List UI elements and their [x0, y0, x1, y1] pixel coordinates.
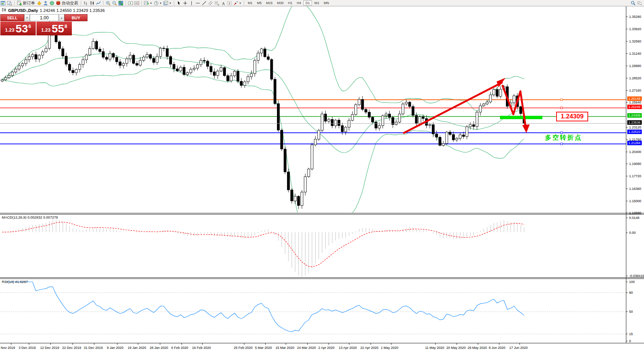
volume-increase-button[interactable]: ▲: [59, 14, 64, 21]
dropdown-caret-icon[interactable]: ▼: [150, 2, 152, 4]
auto-scroll-icon[interactable]: [128, 0, 133, 6]
chart-shift-icon[interactable]: [134, 0, 140, 6]
timeframe-m30[interactable]: M30: [275, 0, 286, 6]
timeframe-w1[interactable]: W1: [312, 0, 322, 6]
cursor-icon[interactable]: [176, 0, 182, 6]
chat-icon[interactable]: [637, 0, 642, 6]
timeframe-m5[interactable]: M5: [255, 0, 264, 6]
svg-text:F: F: [218, 3, 219, 6]
rsi-tick-label: 15: [629, 332, 633, 336]
news-icon[interactable]: [49, 0, 55, 6]
dropdown-caret-icon[interactable]: ▼: [239, 2, 242, 4]
date-tick-label: 11 May 2020: [425, 346, 444, 350]
price-annotation-box[interactable]: 1.24309: [556, 112, 588, 121]
date-tick-label: 8 Jun 2020: [489, 346, 506, 350]
bar-chart-icon[interactable]: [83, 0, 89, 6]
buy-button[interactable]: BUY: [64, 14, 87, 21]
timeframe-m15[interactable]: M15: [264, 0, 275, 6]
date-tick-label: 2 Apr 2020: [318, 346, 335, 350]
trendline-icon[interactable]: [201, 0, 207, 6]
price-line-label: 1.24309: [627, 113, 642, 118]
zoom-in-icon[interactable]: [105, 0, 111, 6]
price-tick-label: 1.29880: [629, 64, 641, 68]
toolbar-separator: [103, 1, 103, 5]
templates-icon[interactable]: [163, 0, 169, 6]
buy-price-small: 1.23: [41, 27, 51, 33]
dropdown-caret-icon[interactable]: ▼: [169, 2, 172, 4]
window-icon[interactable]: [0, 0, 6, 6]
fibonacci-icon[interactable]: F: [214, 0, 220, 6]
price-line-label: 1.23536: [627, 120, 642, 125]
toolbar-separator: [81, 1, 81, 5]
one-click-trading-panel: SELL ▼ ▲ BUY 1.23 53 6 1.23 55 8: [0, 14, 87, 35]
preview-icon[interactable]: [7, 0, 12, 6]
price-tick-label: 1.25840: [629, 101, 641, 104]
toolbar-separator: [125, 1, 126, 5]
vertical-line-icon[interactable]: [189, 0, 194, 6]
price-tick-label: 1.17720: [629, 174, 641, 178]
price-tick-label: 1.16360: [629, 187, 641, 191]
macd-indicator-label: MACD(12,26,9) 0.002832 0.007278: [2, 215, 58, 219]
arrows-icon[interactable]: [233, 0, 239, 6]
timeframe-d1[interactable]: D1: [303, 0, 312, 6]
volume-input[interactable]: [30, 14, 59, 21]
toolbar-separator: [244, 1, 244, 5]
rsi-tick-label: 0: [629, 339, 631, 343]
toolbar-button-label[interactable]: 新订单: [23, 0, 35, 6]
date-tick-label: 9 Jan 2020: [107, 346, 124, 350]
timeframe-m1[interactable]: M1: [246, 0, 255, 6]
crosshair-icon[interactable]: [182, 0, 188, 6]
horizontal-line-icon[interactable]: [195, 0, 201, 6]
price-tick-label: 1.27160: [629, 89, 641, 92]
buy-price-tile[interactable]: 1.23 55 8: [36, 22, 72, 35]
indicators-icon[interactable]: [144, 0, 149, 6]
chart-marker-icon: [1, 7, 6, 13]
new-order-icon[interactable]: [16, 0, 22, 6]
search-icon[interactable]: [630, 0, 636, 6]
price-line-label: 1.21284: [627, 141, 642, 145]
chart-header: GBPUSD-,Daily 1.24246 1.24550 1.23429 1.…: [1, 7, 105, 13]
svg-text:A: A: [222, 1, 225, 5]
turning-point-note[interactable]: 多空转折点: [545, 133, 582, 142]
price-line-label: 1.22510: [627, 130, 642, 134]
signals-icon[interactable]: [43, 0, 48, 6]
toolbar-separator: [14, 1, 15, 5]
text-label-icon[interactable]: T: [227, 0, 232, 6]
dropdown-caret-icon[interactable]: ▼: [159, 2, 162, 4]
candlestick-icon[interactable]: [89, 0, 95, 6]
sell-price-tile[interactable]: 1.23 53 6: [0, 22, 36, 35]
price-tick-label: 1.33920: [629, 27, 641, 31]
zoom-out-icon[interactable]: [112, 0, 117, 6]
chart-canvas[interactable]: [0, 0, 644, 350]
toolbar-button-label[interactable]: 自动交易: [62, 0, 78, 6]
volume-decrease-button[interactable]: ▼: [24, 14, 30, 21]
price-tick-label: 1.15000: [629, 199, 641, 203]
sell-price-sup: 6: [28, 23, 31, 29]
date-tick-label: 28 Jan 2020: [150, 346, 168, 350]
market-icon[interactable]: [36, 0, 42, 6]
channel-icon[interactable]: [208, 0, 213, 6]
autotrading-icon[interactable]: [55, 0, 61, 6]
timeframe-h1[interactable]: H1: [286, 0, 295, 6]
macd-tick-label: 0.0148: [629, 216, 640, 220]
chart-ohlc-values: 1.24246 1.24550 1.23429 1.23536: [40, 8, 105, 13]
sell-button[interactable]: SELL: [0, 14, 24, 21]
price-tick-label: 1.35280: [629, 15, 641, 19]
periods-icon[interactable]: [153, 0, 159, 6]
price-tick-label: 1.19080: [629, 162, 641, 166]
timeframe-mn[interactable]: MN: [322, 0, 331, 6]
date-tick-label: 24 Mar 2020: [297, 346, 316, 350]
text-icon[interactable]: A: [220, 0, 226, 6]
timeframe-h4[interactable]: H4: [294, 0, 303, 6]
price-tick-label: 1.23120: [629, 125, 641, 129]
line-chart-icon[interactable]: [96, 0, 101, 6]
date-tick-label: 31 Dec 2019: [84, 346, 103, 350]
price-tick-label: 1.31240: [629, 52, 641, 55]
tile-windows-icon[interactable]: [118, 0, 124, 6]
price-line-label: 1.26148: [627, 96, 642, 101]
buy-price-big: 55: [52, 22, 64, 35]
price-tick-label: 1.28520: [629, 76, 641, 80]
buy-price-sup: 8: [64, 23, 67, 29]
date-tick-label: 19 Jan 2020: [128, 346, 146, 350]
sell-price-big: 53: [16, 22, 28, 35]
